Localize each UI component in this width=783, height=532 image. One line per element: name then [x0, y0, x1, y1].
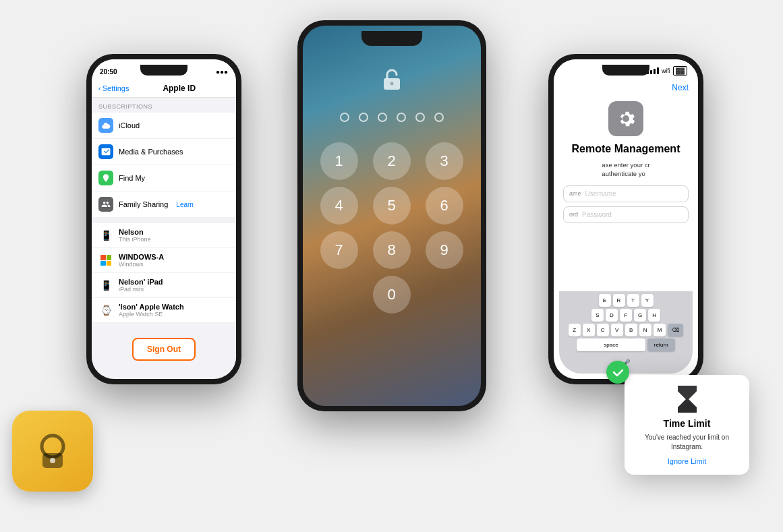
sign-out-button[interactable]: Sign Out: [132, 338, 196, 361]
kb-s[interactable]: S: [591, 309, 604, 322]
phone-right-screen: wifi ▓▓ Next Remote Management: [554, 59, 698, 379]
hourglass-icon: [674, 386, 701, 413]
device-windows-name: WINDOWS-A: [119, 253, 164, 261]
numpad-7[interactable]: 7: [320, 231, 358, 269]
kb-n[interactable]: N: [639, 324, 651, 336]
numpad-4[interactable]: 4: [320, 187, 358, 225]
numpad-0[interactable]: 0: [373, 276, 411, 314]
iphone-icon: 📱: [98, 228, 113, 243]
phone-center-screen: 1 2 3 4 5 6 7 8 9 0: [303, 26, 481, 406]
kb-z[interactable]: Z: [569, 324, 581, 336]
numpad-5[interactable]: 5: [373, 187, 411, 225]
settings-item-media[interactable]: Media & Purchases: [92, 139, 236, 165]
unlock-icon: [378, 66, 405, 99]
numpad-9[interactable]: 9: [426, 231, 463, 269]
battery-icon: ▓▓: [673, 66, 687, 76]
watch-icon: ⌚: [98, 303, 113, 318]
kb-g[interactable]: G: [634, 309, 646, 322]
numpad-3[interactable]: 3: [426, 142, 463, 180]
icloud-icon: [98, 118, 113, 133]
device-ipad-name: Nelson' iPad: [119, 278, 163, 286]
scene: 20:50 ●●● ‹ Settings Apple ID Subscripti…: [0, 0, 783, 532]
center-notch: [361, 31, 422, 46]
left-status-icons: ●●●: [216, 68, 228, 76]
ignore-limit-button[interactable]: Ignore Limit: [634, 457, 740, 465]
dot-6: [434, 113, 444, 122]
phone-left: 20:50 ●●● ‹ Settings Apple ID Subscripti…: [86, 54, 241, 384]
kb-c[interactable]: C: [597, 324, 609, 336]
findmy-icon: [98, 171, 113, 185]
dot-3: [378, 113, 387, 122]
device-windows-type: Windows: [119, 261, 164, 268]
device-watch-type: Apple Watch SE: [119, 311, 184, 318]
device-nelson-iphone[interactable]: 📱 Nelson This iPhone: [92, 223, 236, 248]
learn-link[interactable]: Learn: [176, 201, 194, 208]
kb-row-4: space return: [560, 338, 691, 351]
dot-5: [415, 113, 425, 122]
chevron-left-icon: ‹: [98, 84, 101, 92]
password-field[interactable]: ord Password: [563, 206, 689, 223]
numpad-6[interactable]: 6: [426, 187, 463, 225]
remote-management-desc: ase enter your cr authenticate yo: [602, 160, 649, 179]
kb-delete[interactable]: ⌫: [668, 324, 683, 336]
device-nelson-type: This iPhone: [119, 236, 151, 243]
phone-right: wifi ▓▓ Next Remote Management: [548, 54, 703, 384]
app-icon: [12, 411, 93, 492]
kb-v[interactable]: V: [611, 324, 623, 336]
username-label: ame: [569, 190, 581, 197]
checkmark-icon: [611, 365, 625, 379]
numpad-1[interactable]: 1: [320, 142, 358, 180]
kb-space[interactable]: space: [577, 338, 645, 351]
device-ipad[interactable]: 📱 Nelson' iPad iPad mini: [92, 273, 236, 298]
device-nelson-iphone-info: Nelson This iPhone: [119, 228, 151, 243]
dot-1: [340, 113, 349, 122]
passcode-screen: 1 2 3 4 5 6 7 8 9 0: [303, 26, 481, 406]
kb-x[interactable]: X: [583, 324, 595, 336]
back-button[interactable]: ‹ Settings: [98, 84, 129, 92]
username-field[interactable]: ame Username: [563, 185, 689, 202]
device-watch[interactable]: ⌚ 'lson' Apple Watch Apple Watch SE: [92, 298, 236, 323]
media-label: Media & Purchases: [119, 148, 183, 156]
next-button-area: Next: [554, 80, 698, 94]
svg-point-2: [50, 458, 55, 463]
dot-2: [359, 113, 368, 122]
settings-item-family[interactable]: Family Sharing Learn: [92, 191, 236, 218]
right-notch: [602, 65, 649, 76]
time-limit-description: You've reached your limit on Instagram.: [634, 433, 740, 452]
kb-row-2: S D F G H: [560, 309, 691, 322]
device-watch-info: 'lson' Apple Watch Apple Watch SE: [119, 303, 184, 318]
numpad-8[interactable]: 8: [373, 231, 411, 269]
kb-y[interactable]: Y: [641, 294, 654, 307]
settings-item-icloud[interactable]: iCloud: [92, 113, 236, 139]
windows-icon: [98, 253, 113, 268]
check-badge: [606, 361, 629, 384]
family-icon: [98, 197, 113, 212]
left-time: 20:50: [100, 68, 117, 76]
kb-row-3: Z X C V B N M ⌫: [560, 324, 691, 336]
password-placeholder: Password: [582, 211, 612, 218]
kb-r[interactable]: R: [613, 294, 625, 307]
kb-b[interactable]: B: [625, 324, 637, 336]
numpad-2[interactable]: 2: [373, 142, 411, 180]
username-placeholder: Username: [585, 190, 616, 198]
findmy-label: Find My: [119, 174, 145, 182]
next-button[interactable]: Next: [672, 83, 689, 92]
desc-line1: ase enter your cr: [602, 161, 649, 169]
kb-f[interactable]: F: [620, 309, 632, 322]
kb-t[interactable]: T: [627, 294, 639, 307]
password-label: ord: [569, 211, 578, 218]
nav-title: Apple ID: [129, 84, 229, 93]
remote-management-content: Remote Management ase enter your cr auth…: [554, 94, 698, 234]
media-icon: [98, 144, 113, 159]
kb-e[interactable]: E: [599, 294, 611, 307]
devices-section: 📱 Nelson This iPhone: [92, 223, 236, 323]
device-windows[interactable]: WINDOWS-A Windows: [92, 248, 236, 273]
kb-h[interactable]: H: [648, 309, 660, 322]
numpad: 1 2 3 4 5 6 7 8 9 0: [303, 142, 481, 314]
kb-d[interactable]: D: [606, 309, 618, 322]
kb-m[interactable]: M: [654, 324, 666, 336]
settings-item-findmy[interactable]: Find My: [92, 165, 236, 191]
left-notch: [140, 65, 187, 76]
dot-4: [397, 113, 406, 122]
kb-return[interactable]: return: [647, 338, 675, 351]
